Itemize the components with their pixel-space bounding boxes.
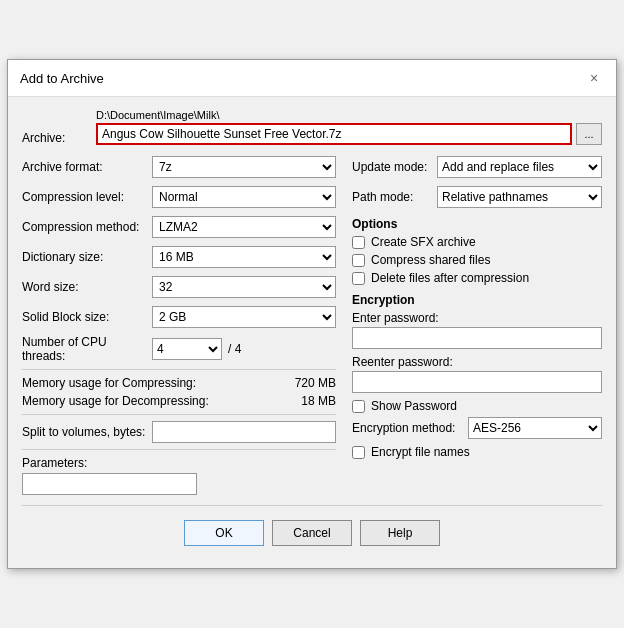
encryption-section: Encryption Enter password: Reenter passw…	[352, 293, 602, 459]
close-button[interactable]: ×	[584, 68, 604, 88]
delete-after-checkbox[interactable]	[352, 272, 365, 285]
solid-block-size-label: Solid Block size:	[22, 310, 152, 324]
word-size-select[interactable]: 32	[152, 276, 336, 298]
enc-method-row: Encryption method: AES-256	[352, 417, 602, 439]
memory-decompress-label: Memory usage for Decompressing:	[22, 394, 209, 408]
memory-compress-row: Memory usage for Compressing: 720 MB	[22, 376, 336, 390]
params-input[interactable]	[22, 473, 197, 495]
split-volumes-row: Split to volumes, bytes:	[22, 421, 336, 443]
compression-method-select[interactable]: LZMA2	[152, 216, 336, 238]
enter-password-input[interactable]	[352, 327, 602, 349]
enter-password-label: Enter password:	[352, 311, 602, 325]
update-mode-select[interactable]: Add and replace files	[437, 156, 602, 178]
compression-method-row: Compression method: LZMA2	[22, 215, 336, 239]
solid-block-size-row: Solid Block size: 2 GB	[22, 305, 336, 329]
cpu-threads-row: Number of CPU threads: 4 / 4	[22, 335, 336, 363]
create-sfx-row: Create SFX archive	[352, 235, 602, 249]
path-mode-row: Path mode: Relative pathnames	[352, 185, 602, 209]
archive-label: Archive:	[22, 131, 65, 145]
cpu-threads-label: Number of CPU threads:	[22, 335, 152, 363]
split-volumes-label: Split to volumes, bytes:	[22, 425, 152, 439]
encrypt-names-checkbox[interactable]	[352, 446, 365, 459]
params-label: Parameters:	[22, 456, 336, 470]
compress-shared-label[interactable]: Compress shared files	[371, 253, 490, 267]
archive-format-row: Archive format: 7z	[22, 155, 336, 179]
help-button[interactable]: Help	[360, 520, 440, 546]
path-mode-label: Path mode:	[352, 190, 437, 204]
delete-after-row: Delete files after compression	[352, 271, 602, 285]
compression-level-label: Compression level:	[22, 190, 152, 204]
update-mode-row: Update mode: Add and replace files	[352, 155, 602, 179]
right-column: Update mode: Add and replace files Path …	[352, 155, 602, 495]
memory-compress-label: Memory usage for Compressing:	[22, 376, 196, 390]
cpu-threads-select[interactable]: 4	[152, 338, 222, 360]
show-password-checkbox[interactable]	[352, 400, 365, 413]
dictionary-size-label: Dictionary size:	[22, 250, 152, 264]
cancel-button[interactable]: Cancel	[272, 520, 352, 546]
create-sfx-checkbox[interactable]	[352, 236, 365, 249]
left-column: Archive format: 7z Compression level: No…	[22, 155, 336, 495]
dictionary-size-select[interactable]: 16 MB	[152, 246, 336, 268]
compress-shared-row: Compress shared files	[352, 253, 602, 267]
browse-button[interactable]: ...	[576, 123, 602, 145]
compression-level-row: Compression level: Normal	[22, 185, 336, 209]
archive-row: Archive: D:\Document\Image\Milk\ ...	[22, 109, 602, 145]
path-mode-select[interactable]: Relative pathnames	[437, 186, 602, 208]
encrypt-names-label[interactable]: Encrypt file names	[371, 445, 470, 459]
solid-block-size-select[interactable]: 2 GB	[152, 306, 336, 328]
show-password-row: Show Password	[352, 399, 602, 413]
main-columns: Archive format: 7z Compression level: No…	[22, 155, 602, 495]
archive-format-label: Archive format:	[22, 160, 152, 174]
params-section: Parameters:	[22, 456, 336, 495]
ok-button[interactable]: OK	[184, 520, 264, 546]
compression-level-select[interactable]: Normal	[152, 186, 336, 208]
encryption-title: Encryption	[352, 293, 602, 307]
memory-compress-value: 720 MB	[295, 376, 336, 390]
dialog-content: Archive: D:\Document\Image\Milk\ ... Arc…	[8, 97, 616, 568]
archive-path: D:\Document\Image\Milk\	[96, 109, 602, 121]
reenter-password-input[interactable]	[352, 371, 602, 393]
archive-format-select[interactable]: 7z	[152, 156, 336, 178]
show-password-label[interactable]: Show Password	[371, 399, 457, 413]
enc-method-select[interactable]: AES-256	[468, 417, 602, 439]
create-sfx-label[interactable]: Create SFX archive	[371, 235, 476, 249]
delete-after-label[interactable]: Delete files after compression	[371, 271, 529, 285]
split-volumes-input[interactable]	[152, 421, 336, 443]
memory-decompress-value: 18 MB	[301, 394, 336, 408]
options-title: Options	[352, 217, 602, 231]
dialog-footer: OK Cancel Help	[22, 505, 602, 556]
memory-decompress-row: Memory usage for Decompressing: 18 MB	[22, 394, 336, 408]
add-to-archive-dialog: Add to Archive × Archive: D:\Document\Im…	[7, 59, 617, 569]
threads-row: 4 / 4	[152, 338, 241, 360]
enc-method-label: Encryption method:	[352, 421, 462, 435]
encrypt-names-row: Encrypt file names	[352, 445, 602, 459]
dialog-title: Add to Archive	[20, 71, 104, 86]
archive-input[interactable]	[96, 123, 572, 145]
cpu-threads-max: / 4	[228, 342, 241, 356]
word-size-row: Word size: 32	[22, 275, 336, 299]
update-mode-label: Update mode:	[352, 160, 437, 174]
compress-shared-checkbox[interactable]	[352, 254, 365, 267]
word-size-label: Word size:	[22, 280, 152, 294]
reenter-password-label: Reenter password:	[352, 355, 602, 369]
dictionary-size-row: Dictionary size: 16 MB	[22, 245, 336, 269]
title-bar: Add to Archive ×	[8, 60, 616, 97]
options-section: Options Create SFX archive Compress shar…	[352, 217, 602, 285]
compression-method-label: Compression method:	[22, 220, 152, 234]
